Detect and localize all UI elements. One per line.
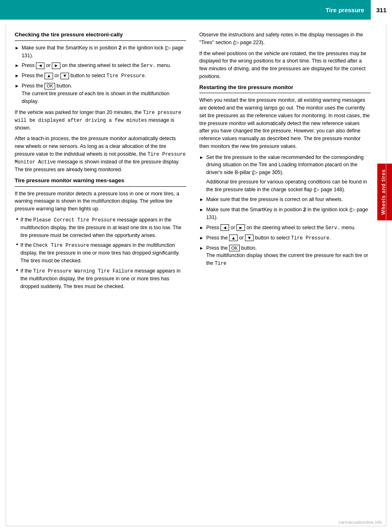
section2-intro: If the tire pressure monitor detects a p… [15,190,186,213]
page-border-right [386,25,386,526]
right-rotation: If the wheel positions on the vehicle ar… [199,50,371,80]
dot-bullet [16,218,18,220]
dot-content: If the Tire Pressure Warning Tire Failur… [20,267,186,291]
section1-heading: Checking the tire pressure electroni-cal… [15,31,186,39]
restart-heading: Restarting the tire pressure monitor [199,84,371,92]
bullet-content: Press the OK button. The multifunction d… [206,244,371,268]
bullet-arrow: ► [199,235,204,241]
bullet-item: ► Make sure that the SmartKey is in posi… [15,44,186,60]
warning-dot-list: If the Please Correct Tire Pressure mess… [16,216,186,291]
bullet-arrow: ► [15,83,19,89]
header-title-box: Tire pressure 311 [319,0,392,20]
ok-btn: OK [45,83,55,89]
down-btn2: ▼ [245,235,254,241]
bullet-arrow: ► [199,154,204,161]
restart-bullet: ► Make sure that the SmartKey is in posi… [199,206,371,221]
down-btn: ▼ [60,73,69,79]
dot-item: If the Please Correct Tire Pressure mess… [16,216,186,239]
section1-para2: After a teach-in process, the tire press… [15,135,186,173]
bullet-arrow: ► [15,62,19,69]
bullet-content: Press ◄ or ► on the steering wheel to se… [22,62,186,69]
left-column: Checking the tire pressure electroni-cal… [15,31,186,293]
section2-heading: Tire pressure monitor warning mes-sages [15,177,186,185]
left-btn2: ◄ [220,224,229,231]
restart-divider [199,93,371,93]
section1-divider [15,40,186,41]
dot-item: If the Tire Pressure Warning Tire Failur… [16,267,186,291]
bullet-item: ► Press the ▲ or ▼ button to select Tire… [15,72,186,80]
restart-intro: When you restart the tire pressure monit… [199,96,371,150]
bullet-content: Press the ▲ or ▼ button to select Tire P… [206,234,371,242]
right-intro: Observe the instructions and safety note… [199,31,371,47]
section1-bullets: ► Make sure that the SmartKey is in posi… [15,44,186,105]
dot-item: If the Check Tire Pressure message appea… [16,241,186,265]
restart-bullet: ► Press ◄ or ► on the steering wheel to … [199,224,371,232]
up-btn: ▲ [45,73,53,79]
page-wrapper: Tire pressure 311 Wheels and tires Check… [0,0,392,532]
left-btn: ◄ [36,63,45,69]
dot-content: If the Please Correct Tire Pressure mess… [20,216,186,239]
bullet-item: ► Press the OK button. The current tire … [15,82,186,105]
bullet-arrow: ► [199,245,204,252]
right-column: Observe the instructions and safety note… [199,31,371,293]
section1-para1: If the vehicle was parked for longer tha… [15,109,186,132]
dot-content: If the Check Tire Pressure message appea… [20,241,186,265]
bullet-content: Press ◄ or ► on the steering wheel to se… [206,224,371,232]
bullet-content: Set the tire pressure to the value recom… [206,154,371,194]
page-border-bottom [6,526,386,526]
section2-divider [15,186,186,187]
restart-bullet: ► Set the tire pressure to the value rec… [199,154,371,194]
header-title: Tire pressure [319,7,371,13]
bullet-arrow: ► [199,196,204,203]
header-bar: Tire pressure 311 [0,0,392,20]
page-border-left [6,25,6,526]
bullet-arrow: ► [15,72,19,79]
restart-bullet: ► Make sure that the tire pressure is co… [199,196,371,203]
bullet-item: ► Press ◄ or ► on the steering wheel to … [15,62,186,69]
restart-bullets: ► Set the tire pressure to the value rec… [199,154,371,268]
right-btn2: ► [236,224,245,231]
dot-bullet [16,269,18,271]
bullet-arrow: ► [199,224,204,231]
bullet-content: Make sure that the SmartKey is in positi… [22,44,186,60]
bullet-arrow: ► [15,45,19,51]
content-area: Checking the tire pressure electroni-cal… [0,20,392,305]
bullet-content: Make sure that the SmartKey is in positi… [206,206,371,221]
bullet-content: Press the ▲ or ▼ button to select Tire P… [22,72,186,80]
bullet-content: Make sure that the tire pressure is corr… [206,196,371,203]
right-btn: ► [52,63,60,69]
bullet-arrow: ► [199,206,204,213]
ok-btn2: OK [229,245,240,251]
bullet-content: Press the OK button. The current tire pr… [22,82,186,105]
restart-bullet: ► Press the OK button. The multifunction… [199,244,371,268]
watermark: carmanualsonline.info [339,520,382,525]
restart-bullet: ► Press the ▲ or ▼ button to select Tire… [199,234,371,242]
page-number: 311 [371,0,392,20]
side-tab: Wheels and tires [377,163,392,220]
dot-bullet [16,244,18,245]
up-btn2: ▲ [229,235,238,241]
